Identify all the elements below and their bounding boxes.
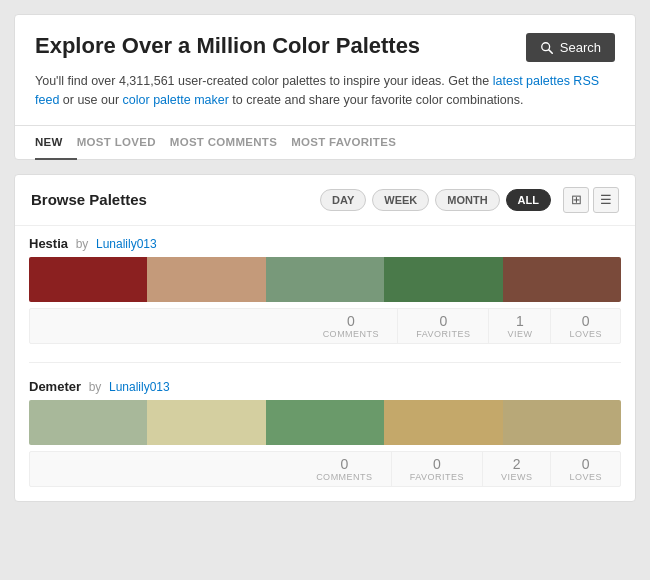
search-icon [540, 41, 554, 55]
explore-card: Explore Over a Million Color Palettes Se… [14, 14, 636, 160]
tab-most-loved[interactable]: MOST LOVED [77, 126, 170, 160]
color-swatch-2 [147, 400, 265, 445]
stat-favorites: 0 FAVORITES [391, 452, 482, 486]
palette-item: Demeter by Lunalily013 0 COMMENTS 0 FAVO… [29, 379, 621, 487]
browse-header: Browse Palettes DAY WEEK MONTH ALL ⊞ ☰ [15, 175, 635, 226]
palette-maker-link[interactable]: color palette maker [123, 93, 229, 107]
palette-author[interactable]: Lunalily013 [109, 380, 170, 394]
stat-loves-label: LOVES [569, 472, 602, 482]
color-bar [29, 400, 621, 445]
palette-by: by [76, 237, 89, 251]
stat-loves-label: LOVES [569, 329, 602, 339]
stat-favorites-label: FAVORITES [410, 472, 464, 482]
stat-favorites: 0 FAVORITES [397, 309, 488, 343]
list-view-button[interactable]: ☰ [593, 187, 619, 213]
list-icon: ☰ [600, 192, 612, 207]
color-bar [29, 257, 621, 302]
stat-view: 1 VIEW [488, 309, 550, 343]
color-swatch-3 [266, 400, 384, 445]
stat-views: 2 VIEWS [482, 452, 551, 486]
palette-divider [29, 362, 621, 363]
top-card-header: Explore Over a Million Color Palettes Se… [35, 33, 615, 62]
color-swatch-4 [384, 400, 502, 445]
filter-week-button[interactable]: WEEK [372, 189, 429, 211]
filter-day-button[interactable]: DAY [320, 189, 366, 211]
browse-controls: DAY WEEK MONTH ALL ⊞ ☰ [320, 187, 619, 213]
stat-comments-label: COMMENTS [316, 472, 373, 482]
tab-most-favorites[interactable]: MOST FAVORITES [291, 126, 410, 160]
tab-new[interactable]: NEW [35, 126, 77, 160]
palette-meta: Demeter by Lunalily013 [29, 379, 621, 394]
filter-month-button[interactable]: MONTH [435, 189, 499, 211]
stat-comments: 0 COMMENTS [305, 309, 398, 343]
search-button-label: Search [560, 40, 601, 55]
stat-comments-value: 0 [347, 313, 355, 329]
palette-name: Demeter [29, 379, 81, 394]
palette-stats: 0 COMMENTS 0 FAVORITES 2 VIEWS 0 LOVES [29, 451, 621, 487]
color-swatch-1 [29, 257, 147, 302]
palette-meta: Hestia by Lunalily013 [29, 236, 621, 251]
svg-line-1 [549, 49, 553, 53]
stat-views-value: 2 [513, 456, 521, 472]
palette-author[interactable]: Lunalily013 [96, 237, 157, 251]
rss-feed-link[interactable]: latest palettes RSS feed [35, 74, 599, 107]
stat-comments-label: COMMENTS [323, 329, 380, 339]
stat-favorites-label: FAVORITES [416, 329, 470, 339]
stat-comments: 0 COMMENTS [298, 452, 391, 486]
color-swatch-5 [503, 257, 621, 302]
stat-views-label: VIEWS [501, 472, 533, 482]
color-swatch-5 [503, 400, 621, 445]
palette-stats: 0 COMMENTS 0 FAVORITES 1 VIEW 0 LOVES [29, 308, 621, 344]
grid-view-button[interactable]: ⊞ [563, 187, 589, 213]
browse-title: Browse Palettes [31, 191, 147, 208]
stat-loves-value: 0 [582, 313, 590, 329]
tabs-bar: NEW MOST LOVED MOST COMMENTS MOST FAVORI… [15, 125, 635, 159]
stat-loves-value: 0 [582, 456, 590, 472]
stat-loves: 0 LOVES [550, 452, 620, 486]
stat-view-value: 1 [516, 313, 524, 329]
description-text: You'll find over 4,311,561 user-created … [35, 72, 615, 111]
stat-favorites-value: 0 [433, 456, 441, 472]
palette-name: Hestia [29, 236, 68, 251]
browse-card: Browse Palettes DAY WEEK MONTH ALL ⊞ ☰ H… [14, 174, 636, 502]
tab-most-comments[interactable]: MOST COMMENTS [170, 126, 291, 160]
filter-all-button[interactable]: ALL [506, 189, 551, 211]
color-swatch-2 [147, 257, 265, 302]
view-icons: ⊞ ☰ [563, 187, 619, 213]
palette-item: Hestia by Lunalily013 0 COMMENTS 0 FAVOR… [29, 236, 621, 344]
palette-by: by [89, 380, 102, 394]
color-swatch-1 [29, 400, 147, 445]
palette-list: Hestia by Lunalily013 0 COMMENTS 0 FAVOR… [15, 226, 635, 501]
grid-icon: ⊞ [571, 192, 582, 207]
stat-comments-value: 0 [340, 456, 348, 472]
stat-favorites-value: 0 [439, 313, 447, 329]
stat-loves: 0 LOVES [550, 309, 620, 343]
stat-view-label: VIEW [507, 329, 532, 339]
page-title: Explore Over a Million Color Palettes [35, 33, 420, 59]
color-swatch-4 [384, 257, 502, 302]
color-swatch-3 [266, 257, 384, 302]
search-button[interactable]: Search [526, 33, 615, 62]
